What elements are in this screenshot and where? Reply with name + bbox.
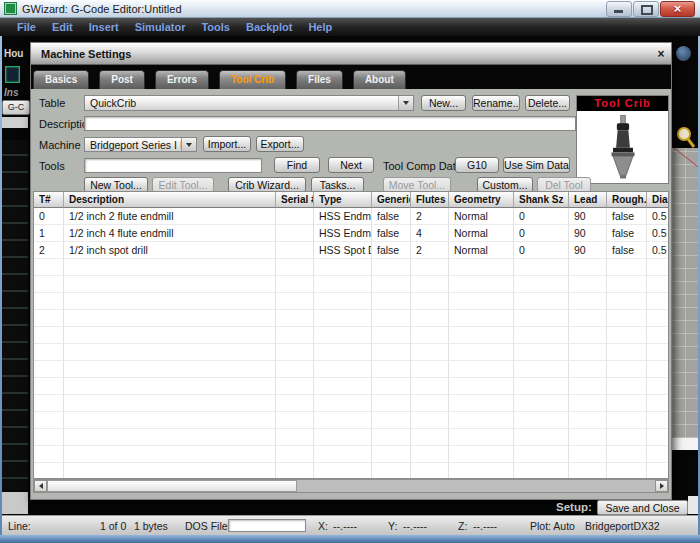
backplot-panel-fragment xyxy=(672,148,698,438)
grid-column-header[interactable]: Generic xyxy=(372,192,411,208)
window-controls xyxy=(605,1,695,17)
grid-cell[interactable]: 2 xyxy=(411,208,449,225)
next-button[interactable]: Next xyxy=(328,157,374,173)
menu-insert[interactable]: Insert xyxy=(89,21,119,33)
maximize-button[interactable] xyxy=(633,1,659,17)
grid-cell[interactable]: false xyxy=(372,208,411,225)
grid-cell[interactable]: 0 xyxy=(514,242,569,259)
grid-cell[interactable]: false xyxy=(607,208,647,225)
grid-column-header[interactable]: Description xyxy=(64,192,276,208)
tab-errors[interactable]: Errors xyxy=(155,70,209,89)
find-button[interactable]: Find xyxy=(274,157,320,173)
tab-about[interactable]: About xyxy=(353,70,406,89)
z-coordinate-label: Z: xyxy=(458,520,467,532)
close-window-button[interactable] xyxy=(660,1,695,17)
grid-cell[interactable] xyxy=(276,225,314,242)
grid-cell[interactable]: 90 xyxy=(569,242,607,259)
tab-files[interactable]: Files xyxy=(296,70,343,89)
grid-cell[interactable]: 0.5 xyxy=(647,208,669,225)
dos-file-input[interactable] xyxy=(228,519,306,532)
grid-column-header[interactable]: Shank Sz xyxy=(514,192,569,208)
grid-cell[interactable]: 2 xyxy=(411,242,449,259)
new-table-button[interactable]: New... xyxy=(421,95,466,111)
grid-cell[interactable]: false xyxy=(372,225,411,242)
grid-cell[interactable]: 90 xyxy=(569,208,607,225)
minimize-button[interactable] xyxy=(606,1,632,17)
grid-column-header[interactable]: T# xyxy=(34,192,64,208)
grid-empty-cell xyxy=(514,344,569,361)
chevron-down-icon[interactable] xyxy=(181,138,196,151)
import-button[interactable]: Import... xyxy=(203,136,251,152)
grid-cell[interactable]: false xyxy=(372,242,411,259)
grid-cell[interactable]: false xyxy=(607,225,647,242)
grid-cell[interactable]: 90 xyxy=(569,225,607,242)
tab-post[interactable]: Post xyxy=(99,70,145,89)
machine-select[interactable]: Bridgeport Series I Mill xyxy=(84,137,197,152)
grid-cell[interactable]: HSS Endmill xyxy=(314,208,372,225)
menu-file[interactable]: File xyxy=(17,21,36,33)
grid-empty-cell xyxy=(569,395,607,412)
table-select[interactable]: QuickCrib xyxy=(84,95,414,111)
scroll-right-arrow-icon[interactable] xyxy=(655,480,668,492)
grid-cell[interactable]: Normal xyxy=(449,208,514,225)
grid-cell[interactable]: 0 xyxy=(514,225,569,242)
delete-table-button[interactable]: Delete... xyxy=(525,95,570,111)
grid-cell[interactable]: 1/2 inch spot drill xyxy=(64,242,276,259)
grid-empty-cell xyxy=(314,378,372,395)
grid-empty-cell xyxy=(276,293,314,310)
menu-edit[interactable]: Edit xyxy=(52,21,73,33)
rename-table-button[interactable]: Rename... xyxy=(472,95,520,111)
grid-column-header[interactable]: Type xyxy=(314,192,372,208)
grid-cell[interactable] xyxy=(276,208,314,225)
grid-column-header[interactable]: Dia xyxy=(647,192,669,208)
menu-tools[interactable]: Tools xyxy=(201,21,230,33)
grid-empty-cell xyxy=(569,429,607,446)
scrollbar-thumb[interactable] xyxy=(47,480,297,492)
grid-column-header[interactable]: Serial # xyxy=(276,192,314,208)
grid-cell[interactable]: 1 xyxy=(34,225,64,242)
grid-cell[interactable]: 1/2 inch 2 flute endmill xyxy=(64,208,276,225)
scroll-left-arrow-icon[interactable] xyxy=(34,480,47,492)
grid-column-header[interactable]: Geometry xyxy=(449,192,514,208)
table-row[interactable]: 21/2 inch spot drillHSS Spot Drifalse2No… xyxy=(34,242,668,259)
grid-cell[interactable]: Normal xyxy=(449,225,514,242)
grid-column-header[interactable]: Rough... xyxy=(607,192,647,208)
g10-button[interactable]: G10 xyxy=(455,157,499,173)
grid-empty-cell xyxy=(647,344,669,361)
description-input[interactable] xyxy=(84,116,576,131)
use-sim-data-button[interactable]: Use Sim Data xyxy=(503,157,570,173)
table-row[interactable]: 01/2 inch 2 flute endmillHSS Endmillfals… xyxy=(34,208,668,225)
grid-cell[interactable]: HSS Spot Dri xyxy=(314,242,372,259)
tab-tool-crib[interactable]: Tool Crib xyxy=(219,70,286,89)
grid-cell[interactable]: 0 xyxy=(514,208,569,225)
menu-backplot[interactable]: Backplot xyxy=(246,21,292,33)
grid-cell[interactable]: 2 xyxy=(34,242,64,259)
grid-cell[interactable]: 0 xyxy=(34,208,64,225)
grid-cell[interactable] xyxy=(276,242,314,259)
save-and-close-button[interactable]: Save and Close xyxy=(597,500,688,515)
grid-horizontal-scrollbar[interactable] xyxy=(33,479,669,493)
dialog-close-button[interactable]: × xyxy=(651,47,671,61)
grid-empty-cell xyxy=(276,395,314,412)
grid-cell[interactable]: 0.5 xyxy=(647,225,669,242)
grid-column-header[interactable]: Flutes xyxy=(411,192,449,208)
table-row[interactable]: 11/2 inch 4 flute endmillHSS Endmillfals… xyxy=(34,225,668,242)
grid-cell[interactable]: 1/2 inch 4 flute endmill xyxy=(64,225,276,242)
tools-search-input[interactable] xyxy=(84,158,262,173)
grid-cell[interactable]: false xyxy=(607,242,647,259)
chevron-down-icon[interactable] xyxy=(398,96,413,110)
grid-empty-cell xyxy=(64,344,276,361)
grid-cell[interactable]: Normal xyxy=(449,242,514,259)
export-button[interactable]: Export... xyxy=(256,136,304,152)
grid-cell[interactable]: 0.5 xyxy=(647,242,669,259)
menu-help[interactable]: Help xyxy=(308,21,332,33)
grid-column-header[interactable]: Lead xyxy=(569,192,607,208)
grid-cell[interactable]: 4 xyxy=(411,225,449,242)
grid-cell[interactable]: HSS Endmill xyxy=(314,225,372,242)
menu-simulator[interactable]: Simulator xyxy=(135,21,186,33)
gcode-mode-button[interactable]: G-C xyxy=(2,100,30,115)
grid-empty-cell xyxy=(411,310,449,327)
dialog-titlebar[interactable]: Machine Settings × xyxy=(31,43,671,65)
grid-body: 01/2 inch 2 flute endmillHSS Endmillfals… xyxy=(34,208,668,479)
tab-basics[interactable]: Basics xyxy=(33,70,89,89)
